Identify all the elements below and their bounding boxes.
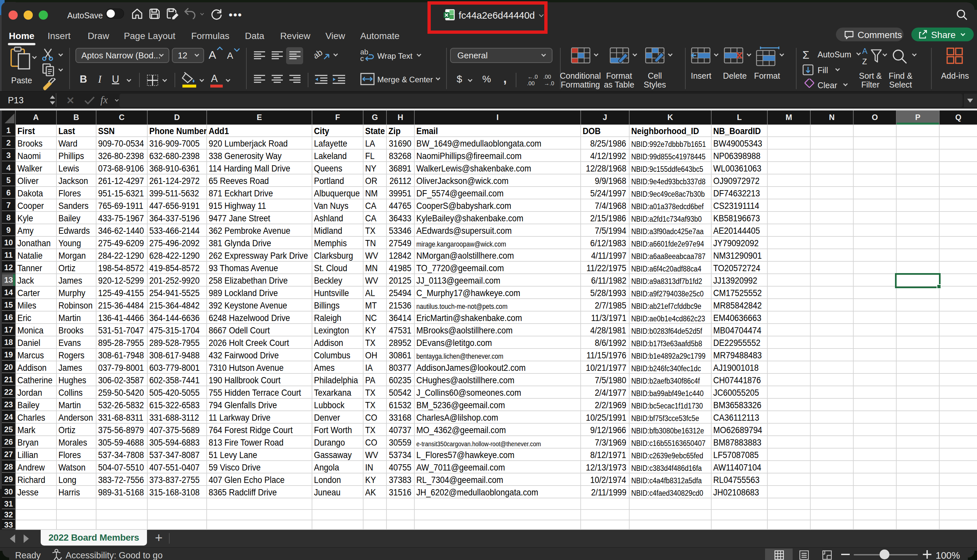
svg-text:←.0: ←.0: [528, 74, 538, 80]
svg-text:.00: .00: [527, 80, 535, 87]
svg-text:c: c: [360, 55, 364, 62]
svg-text:A: A: [862, 47, 867, 55]
svg-text:ab: ab: [314, 49, 324, 61]
svg-text:Z: Z: [862, 57, 867, 65]
svg-text:.00: .00: [543, 74, 551, 80]
svg-text:→.0: →.0: [544, 80, 554, 87]
